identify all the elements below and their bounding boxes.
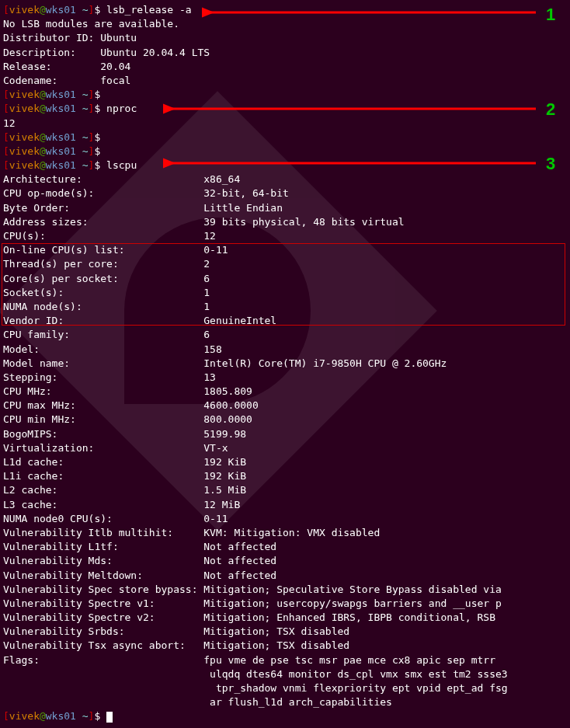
lscpu-row-vssb: Vulnerability Spec store bypass: Mitigat… xyxy=(3,583,567,597)
lscpu-row-vmelt: Vulnerability Meltdown: Not affected xyxy=(3,569,567,583)
lscpu-row-virt: Virtualization: VT-x xyxy=(3,441,567,455)
lscpu-row-threads: Thread(s) per core: 2 xyxy=(3,257,567,271)
prompt-line-2: [vivek@wks01 ~]$ xyxy=(3,88,567,102)
lscpu-row-vl1tf: Vulnerability L1tf: Not affected xyxy=(3,540,567,554)
lscpu-row-numa: NUMA node(s): 1 xyxy=(3,300,567,314)
lscpu-row-addrsizes: Address sizes: 39 bits physical, 48 bits… xyxy=(3,215,567,229)
lscpu-row-sockets: Socket(s): 1 xyxy=(3,286,567,300)
lsb-output-4: Codename: focal xyxy=(3,74,567,88)
lscpu-row-minmhz: CPU min MHz: 800.0000 xyxy=(3,413,567,427)
lscpu-row-maxmhz: CPU max MHz: 4600.0000 xyxy=(3,399,567,413)
prompt-host: wks01 xyxy=(46,4,76,16)
lscpu-row-vsrbds: Vulnerability Srbds: Mitigation; TSX dis… xyxy=(3,625,567,639)
arrow-3 xyxy=(163,155,544,171)
lscpu-row-opmode: CPU op-mode(s): 32-bit, 64-bit xyxy=(3,186,567,200)
lscpu-output: Architecture: x86_64CPU op-mode(s): 32-b… xyxy=(3,172,567,709)
lscpu-row-vsv1: Vulnerability Spectre v1: Mitigation; us… xyxy=(3,597,567,611)
lscpu-row-model: Model: 158 xyxy=(3,343,567,357)
lscpu-row-flags: Flags: fpu vme de pse tsc msr pae mce cx… xyxy=(3,653,567,667)
lsb-output-2: Description: Ubuntu 20.04.4 LTS xyxy=(3,46,567,60)
lscpu-row-arch: Architecture: x86_64 xyxy=(3,172,567,186)
lscpu-row-cores: Core(s) per socket: 6 xyxy=(3,272,567,286)
command-lscpu: lscpu xyxy=(106,159,137,171)
lscpu-row-cpus: CPU(s): 12 xyxy=(3,229,567,243)
nproc-output: 12 xyxy=(3,117,567,131)
prompt-dollar: $ xyxy=(94,4,106,16)
lscpu-row-l2: L2 cache: 1.5 MiB xyxy=(3,483,567,497)
cursor xyxy=(106,712,113,723)
lsb-output-3: Release: 20.04 xyxy=(3,60,567,74)
prompt-bracket-open: [ xyxy=(3,4,9,16)
lscpu-row-vmds: Vulnerability Mds: Not affected xyxy=(3,554,567,568)
annotation-label-3: 3 xyxy=(546,152,555,176)
prompt-at: @ xyxy=(40,4,46,16)
lscpu-row-vsv2: Vulnerability Spectre v2: Mitigation; En… xyxy=(3,611,567,625)
arrow-2 xyxy=(163,101,544,117)
lscpu-row-l3: L3 cache: 12 MiB xyxy=(3,498,567,512)
lscpu-row-family: CPU family: 6 xyxy=(3,328,567,342)
lscpu-row-mhz: CPU MHz: 1805.809 xyxy=(3,385,567,399)
lsb-output-1: Distributor ID: Ubuntu xyxy=(3,31,567,45)
lscpu-row-l1i: L1i cache: 192 KiB xyxy=(3,469,567,483)
lscpu-row-numa0: NUMA node0 CPU(s): 0-11 xyxy=(3,512,567,526)
arrow-1 xyxy=(202,5,544,20)
prompt-user: vivek xyxy=(9,4,40,16)
lscpu-row-vendor: Vendor ID: GenuineIntel xyxy=(3,314,567,328)
lscpu-row-vtsx: Vulnerability Tsx async abort: Mitigatio… xyxy=(3,639,567,653)
lscpu-flags-cont: ar flush_l1d arch_capabilities xyxy=(3,695,567,709)
command-nproc: nproc xyxy=(106,103,137,114)
lscpu-row-stepping: Stepping: 13 xyxy=(3,371,567,385)
lscpu-row-byteorder: Byte Order: Little Endian xyxy=(3,201,567,215)
command-lsb-release: lsb_release -a xyxy=(106,4,192,16)
prompt-line-4: [vivek@wks01 ~]$ xyxy=(3,131,567,145)
annotation-label-2: 2 xyxy=(546,98,555,122)
lscpu-row-online: On-line CPU(s) list: 0-11 xyxy=(3,243,567,257)
lscpu-flags-cont: tpr_shadow vnmi flexpriority ept vpid ep… xyxy=(3,681,567,695)
prompt-line-final[interactable]: [vivek@wks01 ~]$ xyxy=(3,709,567,723)
lscpu-flags-cont: ulqdq dtes64 monitor ds_cpl vmx smx est … xyxy=(3,667,567,681)
lscpu-row-l1d: L1d cache: 192 KiB xyxy=(3,455,567,469)
lscpu-row-modelname: Model name: Intel(R) Core(TM) i7-9850H C… xyxy=(3,357,567,371)
lscpu-row-bogomips: BogoMIPS: 5199.98 xyxy=(3,427,567,441)
prompt-path: ~ xyxy=(76,4,89,16)
lscpu-row-vitlb: Vulnerability Itlb multihit: KVM: Mitiga… xyxy=(3,526,567,540)
annotation-label-1: 1 xyxy=(546,3,555,27)
